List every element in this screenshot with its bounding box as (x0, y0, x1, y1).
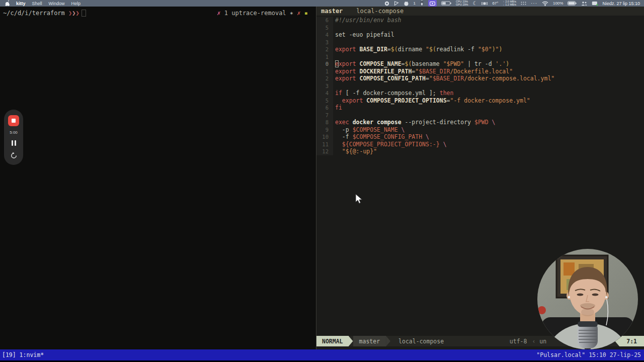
statusline-separator (349, 336, 353, 346)
line-number: 3 (316, 82, 333, 90)
line-number: 12 (316, 148, 333, 155)
git-cross-icon: ✗ (297, 10, 300, 17)
line-number: 9 (316, 126, 333, 134)
battery-percent: 100% (553, 1, 563, 6)
apple-menu-icon[interactable] (5, 1, 10, 6)
code-line[interactable]: 4if [ -f docker-compose.yml ]; then (316, 89, 644, 97)
mouse-cursor (355, 194, 363, 207)
more-icon[interactable]: ··· (531, 1, 537, 6)
menu-help[interactable]: Help (71, 1, 81, 6)
line-number: 8 (316, 119, 333, 126)
menu-shell[interactable]: Shell (32, 1, 42, 6)
menubar-clock[interactable]: Niedz. 27 lip 15:10 (602, 1, 640, 6)
terminal-pane-shell[interactable]: ~/c/d/i/terraform ❯ ❯ ❯ ✗ 1 uptrace-remo… (0, 7, 316, 349)
network-speed-indicator[interactable]: ↑↓ 2.0 MB/s 1.2 MB/s (503, 1, 516, 6)
code-line[interactable]: 2export BASE_DIR=$(dirname "$(readlink -… (316, 46, 644, 53)
battery-icon[interactable] (568, 1, 577, 6)
code-lines[interactable]: 6#!/usr/bin/env bash54set -euo pipefail3… (316, 17, 644, 155)
code-line[interactable]: 10 -f $COMPOSE_CONFIG_PATH \ (316, 133, 644, 141)
line-number: 6 (316, 17, 333, 24)
code-line[interactable]: 6#!/usr/bin/env bash (316, 17, 644, 24)
tabline-file[interactable]: local-compose (343, 8, 404, 15)
tmux-status-bar: [19] 1:nvim* "Pulsar.local" 15:10 27-lip… (0, 349, 644, 360)
flag-icon[interactable] (394, 1, 399, 6)
moon-icon[interactable]: ☾ (472, 1, 477, 6)
wifi-icon[interactable] (542, 1, 548, 6)
prompt-path: ~/c/d/i/terraform (0, 10, 65, 17)
code-line[interactable]: 1 (316, 53, 644, 61)
line-number: 2 (316, 75, 333, 82)
git-branch: uptrace-removal (231, 10, 286, 17)
git-star-icon: ✶ (290, 10, 293, 17)
status-app-icon[interactable] (384, 1, 389, 6)
editor-tabline: master local-compose (316, 7, 644, 16)
line-number: 3 (316, 39, 333, 46)
line-number: 1 (316, 68, 333, 75)
ram-meter-icon[interactable] (441, 1, 451, 6)
restart-recording-button[interactable] (10, 152, 18, 161)
statusline-cursor-position: 7:1 (619, 336, 644, 346)
code-line[interactable]: 5 (316, 24, 644, 32)
line-number: 6 (316, 104, 333, 112)
desktop: kitty Shell Window Help 1 (0, 0, 644, 362)
tabline-branch[interactable]: master (316, 8, 343, 15)
webcam-vignette (537, 249, 638, 349)
stop-icon (12, 119, 16, 123)
code-line[interactable]: 4set -euo pipefail (316, 31, 644, 39)
recording-timer: 5:00 (10, 130, 18, 135)
shell-prompt-row: ~/c/d/i/terraform ❯ ❯ ❯ ✗ 1 uptrace-remo… (0, 9, 316, 17)
menubar-app-name[interactable]: kitty (16, 1, 26, 6)
temperature-indicator[interactable]: 67° (492, 1, 498, 6)
github-icon[interactable] (404, 1, 409, 6)
line-number: 1 (316, 53, 333, 61)
tmux-host-clock: "Pulsar.local" 15:10 27-lip-25 (536, 351, 644, 358)
menu-window[interactable]: Window (49, 1, 65, 6)
vim-mode-indicator: NORMAL (316, 336, 349, 346)
statusline-encoding: utf-8 (506, 338, 531, 345)
prompt-chevron-2: ❯ (72, 10, 75, 17)
display-status-icon[interactable] (592, 1, 598, 6)
code-line[interactable]: 12 "${@:-up}" (316, 148, 644, 155)
prompt-chevron-1: ❯ (68, 10, 72, 17)
window-manager-icon[interactable] (481, 1, 488, 6)
webcam-overlay[interactable] (537, 249, 638, 349)
code-line[interactable]: 8exec docker compose --project-directory… (316, 119, 644, 126)
code-line[interactable]: 1export DOCKERFILE_PATH="$BASE_DIR/Docke… (316, 68, 644, 75)
battery-small-icon[interactable] (420, 1, 424, 6)
code-line[interactable]: 11 ${COMPOSE_PROJECT_OPTIONS:-} \ (316, 141, 644, 148)
code-line[interactable]: 9 -p $COMPOSE_NAME \ (316, 126, 644, 134)
line-number: 2 (316, 46, 333, 53)
line-number: 4 (316, 89, 333, 97)
statusline-branch: master (353, 336, 386, 346)
code-line[interactable]: 3 (316, 82, 644, 90)
line-number: 5 (316, 97, 333, 105)
line-number: 4 (316, 31, 333, 39)
code-line[interactable]: 5 export COMPOSE_PROJECT_OPTIONS="-f doc… (316, 97, 644, 105)
grid-icon[interactable] (521, 1, 526, 6)
stop-recording-button[interactable] (8, 115, 19, 126)
menu-bar: kitty Shell Window Help 1 (0, 0, 644, 7)
line-number: 5 (316, 24, 333, 32)
screen-record-icon[interactable] (428, 0, 437, 7)
statusline-subseparator: ‹ (531, 338, 536, 345)
git-square-icon: ▪ (304, 10, 308, 17)
statusline-separator (386, 336, 390, 346)
pause-recording-button[interactable] (12, 140, 16, 146)
github-count: 1 (414, 1, 416, 6)
tmux-session-window[interactable]: [19] 1:nvim* (0, 351, 44, 358)
code-line[interactable]: 6fi (316, 104, 644, 112)
line-number: 10 (316, 133, 333, 141)
users-icon[interactable] (581, 1, 587, 6)
line-number: 0 (316, 60, 333, 68)
line-number: 11 (316, 141, 333, 148)
code-line[interactable]: 3 (316, 39, 644, 46)
statusline-fileformat: un (536, 338, 549, 345)
line-number: 7 (316, 112, 333, 119)
code-line[interactable]: 2export COMPOSE_CONFIG_PATH="$BASE_DIR/d… (316, 75, 644, 82)
statusline-filename: local-compose (390, 338, 452, 345)
cpu-gpu-meter[interactable]: CPU 23% GPU 29% (456, 1, 468, 6)
code-line[interactable]: 0export COMPOSE_NAME=$(basename "$PWD" |… (316, 60, 644, 68)
shell-cursor (82, 10, 86, 17)
code-line[interactable]: 7 (316, 112, 644, 119)
git-prompt: ✗ 1 uptrace-removal ✶ ✗ ▪ (217, 10, 316, 17)
